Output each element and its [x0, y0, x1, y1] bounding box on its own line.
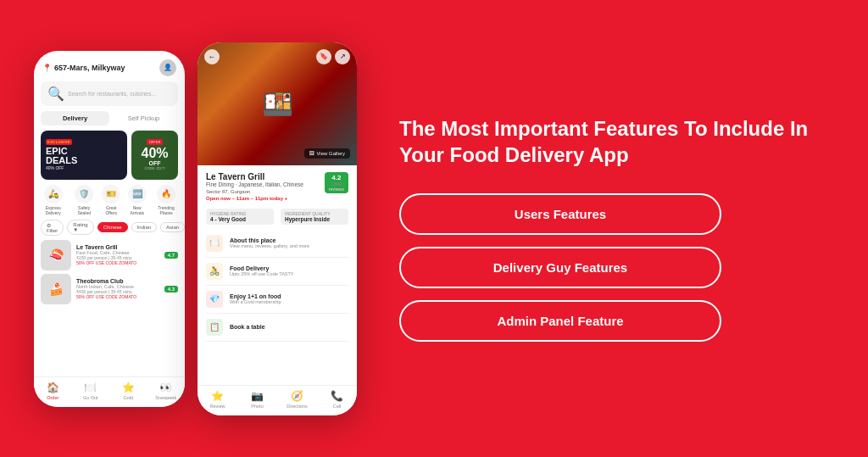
off-text: OFF — [149, 160, 161, 166]
menu-gold[interactable]: 💎 Enjoy 1+1 on food With a Gold membersh… — [206, 286, 348, 314]
gold-label: Gold — [123, 395, 133, 400]
gold-dining-icon: 💎 — [206, 291, 223, 308]
phone-2: 🍱 ← 🔖 ↗ 🖼 View Gallery Le Tavern Grill F… — [198, 42, 357, 415]
menu-delivery[interactable]: 🚴 Food Delivery Upto 25% off use Code TA… — [206, 258, 348, 286]
share-icon[interactable]: ↗ — [335, 49, 350, 64]
main-title: The Most Important Features To Include I… — [399, 115, 834, 168]
sneak-icon: 👀 — [159, 382, 172, 393]
promo-code: CODE: Z1CT — [145, 166, 165, 170]
p1-header: 📍 657-Mars, Milkyway 👤 — [34, 51, 185, 81]
pin-icon: 📍 — [42, 64, 52, 72]
directions-icon: 🧭 — [291, 390, 303, 402]
p2-info-row: HYGIENE RATING 4 - Very Good INGREDIENT … — [206, 209, 348, 225]
restaurant-2-rating: 4.3 — [164, 286, 178, 293]
p2-rating-box: 4.2 1,542 reviews — [325, 172, 348, 193]
offer-label: OFFER — [147, 139, 164, 145]
restaurant-2-name: Theobroma Club — [76, 278, 159, 284]
filter-bar: ⚙ Filter Rating ▼ Chinese Indian Asian — [41, 220, 178, 236]
restaurant-2-info: Theobroma Club North Indian, Cafe, Chine… — [76, 278, 159, 299]
location-text: 657-Mars, Milkyway — [54, 64, 125, 72]
filter-btn[interactable]: ⚙ Filter — [41, 220, 64, 236]
bookmark-icon[interactable]: 🔖 — [316, 49, 331, 64]
gallery-icon: 🖼 — [309, 151, 314, 156]
nav-directions[interactable]: 🧭 Directions — [277, 390, 317, 409]
tab-delivery[interactable]: Delivery — [41, 111, 109, 125]
menu-delivery-info: Food Delivery Upto 25% off use Code TAST… — [230, 265, 294, 276]
asian-filter[interactable]: Asian — [160, 222, 185, 232]
restaurant-1[interactable]: 🍣 Le Tavern Grill Fast Food, Cafe, Chine… — [41, 240, 178, 270]
right-panel: The Most Important Features To Include I… — [382, 115, 834, 342]
view-gallery-btn[interactable]: 🖼 View Gallery — [304, 148, 350, 159]
banner-subtitle: 40% OFF — [46, 165, 122, 170]
p2-body: Le Tavern Grill Fine Dining · Japanese, … — [198, 165, 357, 348]
cat-new[interactable]: 🆕 New Arrivals — [126, 185, 147, 215]
p2-restaurant-image: 🍱 ← 🔖 ↗ 🖼 View Gallery — [198, 42, 357, 165]
p2-rating-value: 4.2 — [331, 174, 341, 181]
cat-express[interactable]: 🛵 Express Delivery — [39, 185, 67, 215]
p2-open-status: Open now – 11am – 11pm today + — [206, 196, 303, 201]
cat-trending[interactable]: 🔥 Trending Places — [153, 185, 180, 215]
nav-photo[interactable]: 📷 Photo — [237, 390, 277, 409]
trending-icon: 🔥 — [157, 185, 175, 203]
menu-gold-info: Enjoy 1+1 on food With a Gold membership — [230, 293, 281, 304]
cat-new-label: New Arrivals — [126, 205, 147, 215]
gold-sub: With a Gold membership — [230, 299, 281, 304]
chinese-filter[interactable]: Chinese — [97, 222, 128, 232]
rating-filter[interactable]: Rating ▼ — [67, 220, 93, 235]
cat-offers-label: Great Offers — [101, 205, 121, 215]
delivery-guy-features-button[interactable]: Delivery Guy Features — [399, 247, 721, 288]
cat-offers[interactable]: 🎫 Great Offers — [101, 185, 121, 215]
search-bar[interactable]: 🔍 Search for restaurants, cuisines... — [41, 81, 178, 106]
new-icon: 🆕 — [128, 185, 147, 203]
user-avatar[interactable]: 👤 — [159, 59, 176, 76]
p1-location: 📍 657-Mars, Milkyway — [42, 64, 125, 72]
nav-goout[interactable]: 🍽️ Go Out — [72, 382, 110, 400]
tab-self-pickup[interactable]: Self Pickup — [109, 111, 178, 125]
menu-about-info: About this place View menu, reviews, gal… — [230, 237, 309, 248]
phones-section: 📍 657-Mars, Milkyway 👤 🔍 Search for rest… — [34, 42, 357, 415]
delivery-icon: 🚴 — [206, 263, 223, 280]
menu-about[interactable]: 🍽️ About this place View menu, reviews, … — [206, 230, 348, 258]
nav-call[interactable]: 📞 Call — [317, 390, 357, 409]
ingredient-value: Hyperpure Inside — [285, 216, 344, 222]
search-placeholder: Search for restaurants, cuisines... — [68, 91, 156, 97]
book-icon: 📋 — [206, 319, 223, 336]
categories-row: 🛵 Express Delivery 🛡️ Safety Sealed 🎫 Gr… — [39, 185, 180, 215]
cat-safety[interactable]: 🛡️ Safety Sealed — [72, 185, 96, 215]
p2-action-icons: 🔖 ↗ — [316, 49, 350, 64]
offers-icon: 🎫 — [102, 185, 120, 203]
hygiene-value: 4 - Very Good — [210, 216, 270, 222]
p2-restaurant-name: Le Tavern Grill — [206, 172, 303, 181]
delivery-sub: Upto 25% off use Code TASTY — [230, 271, 294, 276]
admin-panel-features-button[interactable]: Admin Panel Feature — [399, 300, 721, 342]
restaurant-2-offer: 50% OFF USE CODE ZOMATO — [76, 294, 159, 299]
discount-percent: 40% — [141, 147, 168, 160]
gallery-label: View Gallery — [316, 151, 345, 156]
menu-book[interactable]: 📋 Book a table — [206, 314, 348, 342]
nav-gold[interactable]: ⭐ Gold — [109, 382, 147, 400]
order-label: Order — [47, 395, 58, 400]
restaurant-2-thumb: 🍰 — [41, 274, 71, 304]
cat-safety-label: Safety Sealed — [72, 205, 96, 215]
nav-review[interactable]: ⭐ Review — [198, 390, 237, 409]
nav-order[interactable]: 🏠 Order — [34, 382, 72, 400]
p2-area: Sector 87, Gurgaon — [206, 189, 303, 194]
about-sub: View menu, reviews, gallery, and more — [230, 243, 309, 248]
users-features-button[interactable]: Users Features — [399, 193, 721, 235]
restaurant-2[interactable]: 🍰 Theobroma Club North Indian, Cafe, Chi… — [41, 274, 178, 304]
sneak-label: Sneepeek — [155, 395, 176, 400]
cat-trending-label: Trending Places — [153, 205, 180, 215]
restaurant-1-thumb: 🍣 — [41, 240, 71, 270]
main-container: 📍 657-Mars, Milkyway 👤 🔍 Search for rest… — [0, 0, 868, 457]
delivery-title: Food Delivery — [230, 265, 294, 271]
phone-1: 📍 657-Mars, Milkyway 👤 🔍 Search for rest… — [34, 51, 185, 407]
exclusive-label: EXCLUSIVE — [46, 139, 72, 145]
indian-filter[interactable]: Indian — [131, 222, 157, 232]
review-icon: ⭐ — [211, 390, 224, 402]
photo-label: Photo — [251, 404, 263, 409]
epic-deals-banner: EXCLUSIVE EPICDEALS 40% OFF — [41, 131, 127, 180]
restaurant-1-info: Le Tavern Grill Fast Food, Cafe, Chinese… — [76, 244, 159, 265]
nav-sneak[interactable]: 👀 Sneepeek — [147, 382, 186, 400]
p2-cuisine: Fine Dining · Japanese, Italian, Chinese — [206, 181, 303, 187]
back-button[interactable]: ← — [204, 49, 220, 64]
